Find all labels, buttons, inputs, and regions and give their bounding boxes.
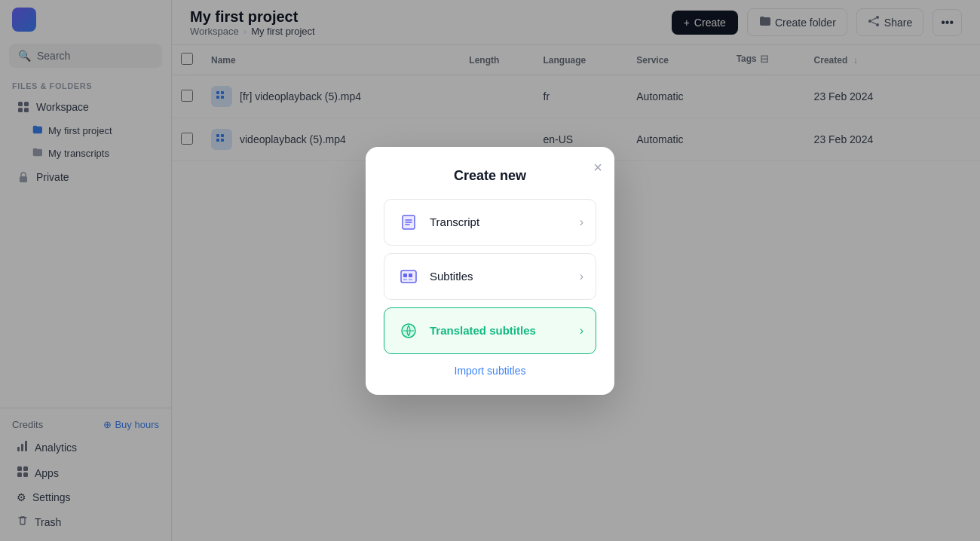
transcript-arrow-icon: › — [580, 215, 583, 229]
modal-title: Create new — [384, 168, 596, 184]
translated-subtitles-option-icon — [397, 319, 421, 343]
transcript-option-left: Transcript — [397, 210, 479, 234]
svg-rect-25 — [403, 274, 407, 277]
translated-subtitles-option-label: Translated subtitles — [430, 324, 536, 337]
subtitles-option-icon — [397, 264, 421, 289]
svg-rect-26 — [409, 274, 412, 277]
subtitles-arrow-icon: › — [580, 270, 583, 283]
modal-option-transcript[interactable]: Transcript › — [384, 199, 596, 246]
modal-close-button[interactable]: × — [593, 159, 602, 176]
modal-option-subtitles[interactable]: Subtitles › — [384, 253, 596, 300]
transcript-option-icon — [397, 210, 421, 234]
modal-overlay[interactable]: × Create new Transcript › — [0, 0, 980, 541]
translated-subtitles-option-left: Translated subtitles — [397, 319, 536, 343]
subtitles-option-left: Subtitles — [397, 264, 473, 289]
svg-rect-27 — [403, 279, 407, 280]
transcript-option-label: Transcript — [430, 215, 479, 228]
create-new-modal: × Create new Transcript › — [366, 147, 614, 395]
translated-subtitles-arrow-icon: › — [580, 324, 583, 338]
import-subtitles-link[interactable]: Import subtitles — [384, 365, 596, 377]
subtitles-option-label: Subtitles — [430, 270, 473, 283]
modal-option-translated-subtitles[interactable]: Translated subtitles › — [384, 307, 596, 354]
svg-rect-28 — [409, 279, 412, 280]
